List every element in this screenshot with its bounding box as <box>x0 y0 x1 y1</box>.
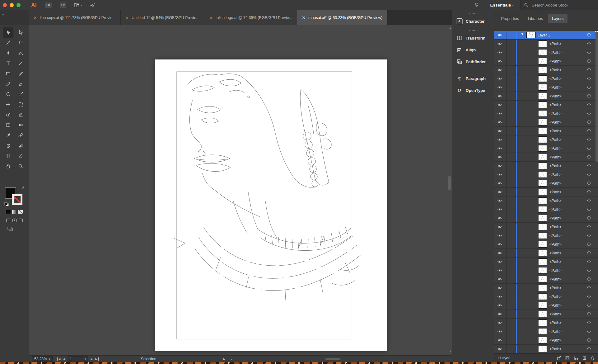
layer-name[interactable]: <Path> <box>549 277 562 281</box>
layer-name[interactable]: Layer 1 <box>538 33 550 37</box>
status-menu-arrow[interactable]: ▶ <box>223 357 225 361</box>
layer-row[interactable]: ▼ <Path> <box>494 345 598 353</box>
layer-name[interactable]: <Path> <box>549 129 562 133</box>
layer-thumbnail[interactable] <box>538 110 547 117</box>
scale-tool[interactable] <box>15 89 26 99</box>
target-circle[interactable] <box>587 225 591 228</box>
layer-thumbnail[interactable] <box>538 241 547 248</box>
previous-artboard-button[interactable]: ◀ <box>63 357 65 361</box>
layer-name[interactable]: <Path> <box>549 286 562 290</box>
layer-name[interactable]: <Path> <box>549 329 562 334</box>
line-segment-tool[interactable] <box>15 58 26 69</box>
visibility-eye-icon[interactable] <box>497 164 502 168</box>
layer-row[interactable]: ▼ <Path> <box>494 319 598 327</box>
layer-row[interactable]: ▼ <Path> <box>494 135 598 144</box>
layer-name[interactable]: <Path> <box>549 146 562 151</box>
layer-name[interactable]: <Path> <box>549 251 562 255</box>
layer-thumbnail[interactable] <box>538 250 547 256</box>
arrange-documents-button[interactable]: ▾ <box>74 3 82 7</box>
panel-group-grip[interactable] <box>469 13 477 14</box>
panel-button-character[interactable]: A Character <box>452 15 494 27</box>
layer-name[interactable]: <Path> <box>549 338 562 343</box>
visibility-eye-icon[interactable] <box>497 129 502 133</box>
stroke-swatch[interactable] <box>12 194 22 205</box>
visibility-eye-icon[interactable] <box>497 330 502 333</box>
layer-name[interactable]: <Path> <box>549 312 562 316</box>
layer-row[interactable]: ▼ <Path> <box>494 336 598 345</box>
layer-name[interactable]: <Path> <box>549 164 562 168</box>
layer-name[interactable]: <Path> <box>549 225 562 229</box>
search-input[interactable] <box>531 2 585 8</box>
target-circle[interactable] <box>587 199 591 202</box>
layer-row[interactable]: ▼ <Path> <box>494 223 598 231</box>
collapse-toolbar-icon[interactable]: « <box>2 12 4 17</box>
layer-name[interactable]: <Path> <box>549 59 562 64</box>
layer-row[interactable]: ▼ <Path> <box>494 57 598 66</box>
layer-row[interactable]: ▼ Layer 1 <box>494 31 598 40</box>
gradient-button[interactable] <box>12 210 17 214</box>
target-circle[interactable] <box>587 208 591 211</box>
default-fill-stroke-icon[interactable] <box>4 202 9 206</box>
target-circle[interactable] <box>587 251 591 254</box>
close-icon[interactable]: ✕ <box>209 16 213 20</box>
layer-thumbnail[interactable] <box>538 49 547 56</box>
visibility-eye-icon[interactable] <box>497 138 502 141</box>
layer-name[interactable]: <Path> <box>549 138 562 142</box>
visibility-eye-icon[interactable] <box>497 112 502 115</box>
target-circle[interactable] <box>587 77 591 80</box>
layer-name[interactable]: <Path> <box>549 173 562 177</box>
expand-panels-icon[interactable]: « <box>490 12 492 16</box>
layer-row[interactable]: ▼ <Path> <box>494 196 598 205</box>
target-circle[interactable] <box>587 216 591 220</box>
visibility-eye-icon[interactable] <box>497 173 502 176</box>
visibility-eye-icon[interactable] <box>497 347 502 351</box>
target-circle[interactable] <box>587 260 591 263</box>
scroll-up-arrow[interactable]: ▴ <box>449 26 451 30</box>
visibility-eye-icon[interactable] <box>497 260 502 263</box>
make-clipping-mask-button[interactable] <box>565 356 570 360</box>
layer-row[interactable]: ▼ <Path> <box>494 66 598 74</box>
window-close-button[interactable] <box>3 3 7 7</box>
window-minimize-button[interactable] <box>10 3 14 7</box>
collect-for-export-button[interactable] <box>557 356 561 360</box>
draw-normal-mode-button[interactable] <box>6 219 10 222</box>
swap-fill-stroke-icon[interactable]: ⇄ <box>21 186 24 190</box>
target-circle[interactable] <box>587 304 591 307</box>
magic-wand-tool[interactable] <box>3 38 13 48</box>
hand-tool[interactable] <box>3 161 13 171</box>
panel-group-grip[interactable] <box>542 13 550 13</box>
width-tool[interactable] <box>3 99 13 110</box>
close-icon[interactable]: ✕ <box>125 16 129 20</box>
visibility-eye-icon[interactable] <box>497 304 502 307</box>
layer-name[interactable]: <Path> <box>549 303 562 308</box>
layer-row[interactable]: ▼ <Path> <box>494 292 598 301</box>
layer-row[interactable]: ▼ <Path> <box>494 118 598 127</box>
panel-button-paragraph[interactable]: ¶ Paragraph <box>452 73 494 84</box>
layer-row[interactable]: ▼ <Path> <box>494 327 598 336</box>
target-circle[interactable] <box>587 312 591 315</box>
panel-group-grip[interactable] <box>469 30 477 31</box>
draw-behind-mode-button[interactable] <box>12 219 17 222</box>
draw-inside-mode-button[interactable] <box>19 219 23 222</box>
type-tool[interactable] <box>3 58 13 69</box>
layer-thumbnail[interactable] <box>538 128 547 134</box>
eraser-tool[interactable] <box>15 79 26 89</box>
target-circle[interactable] <box>587 112 591 115</box>
layer-name[interactable]: <Path> <box>549 103 562 107</box>
slice-tool[interactable] <box>15 151 26 161</box>
target-circle[interactable] <box>587 33 591 36</box>
target-circle[interactable] <box>587 277 591 281</box>
target-circle[interactable] <box>587 138 591 141</box>
document-tab[interactable]: ✕ maasai.ai* @ 53.23% (RGB/GPU Preview) <box>297 10 387 25</box>
layer-name[interactable]: <Path> <box>549 199 562 203</box>
panel-button-opentype[interactable]: O OpenType <box>452 84 494 96</box>
layer-name[interactable]: <Path> <box>549 50 562 55</box>
bridge-badge[interactable]: Br <box>45 2 52 8</box>
layer-row[interactable]: ▼ <Path> <box>494 144 598 153</box>
target-circle[interactable] <box>587 94 591 97</box>
selection-tool[interactable] <box>3 27 13 38</box>
target-circle[interactable] <box>587 269 591 272</box>
artboard-tool[interactable] <box>3 151 13 161</box>
layer-name[interactable]: <Path> <box>549 42 562 46</box>
target-circle[interactable] <box>587 243 591 246</box>
